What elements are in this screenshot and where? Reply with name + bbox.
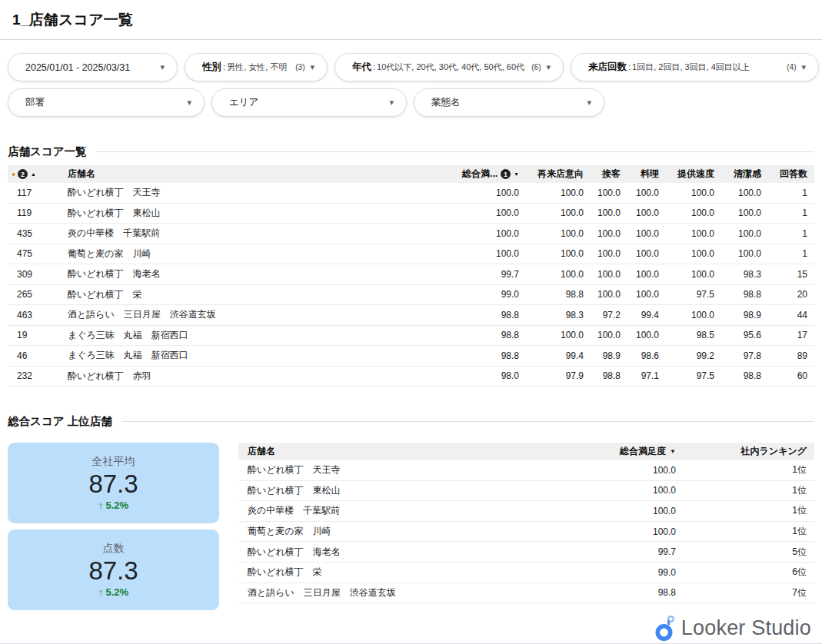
department-filter[interactable]: 部署 ▾ — [8, 88, 205, 117]
company-ranking: 7位 — [677, 586, 814, 599]
store-name: 酔いどれ横丁 赤羽 — [60, 370, 453, 383]
metric-value: 100.0 — [721, 228, 768, 239]
top-stores-section-header: 総合スコア 上位店舗 — [8, 414, 814, 429]
report-canvas: 1_店舗スコア一覧 2025/01/01 - 2025/03/31 ▾ 性別: … — [0, 0, 822, 644]
gender-filter[interactable]: 性別: 男性, 女性, 不明 (3) ▾ — [185, 53, 328, 81]
responses-column-header[interactable]: 回答数 — [768, 168, 814, 181]
chevron-down-icon: ▾ — [310, 63, 314, 71]
store-name-column-header[interactable]: 店舗名 — [238, 445, 589, 458]
table-row[interactable]: 酔いどれ横丁 天王寺100.01位 — [238, 460, 814, 481]
store-name: 酒と語らい 三日月屋 渋谷道玄坂 — [60, 308, 453, 321]
table-row[interactable]: 酔いどれ横丁 東松山100.01位 — [238, 481, 814, 502]
age-filter-count: (6) — [531, 63, 541, 71]
metric-value: 98.9 — [721, 310, 768, 320]
table-row[interactable]: 46まぐろ三昧 丸福 新宿西口98.899.498.998.699.297.88… — [8, 346, 814, 367]
table-row[interactable]: 435炎の中華楼 千葉駅前100.0100.0100.0100.0100.010… — [8, 224, 814, 244]
metric-value: 1 — [768, 248, 814, 259]
store-score-table: 2 ▲ 店舗名 総合満... 1 ▼ 再来店意向 接客 料理 提供速度 清潔感 … — [8, 165, 814, 387]
table-header-row: 店舗名 総合満足度 ▼ 社内ランキング — [238, 443, 814, 460]
metric-value: 20 — [768, 289, 814, 300]
store-id: 265 — [8, 289, 60, 300]
table-row[interactable]: 酔いどれ横丁 海老名99.75位 — [238, 542, 814, 563]
scorecard-label: 点数 — [103, 542, 125, 556]
store-id: 475 — [8, 248, 60, 259]
chevron-down-icon: ▾ — [389, 98, 394, 107]
metric-value: 98.5 — [666, 330, 721, 340]
age-filter-text: 年代: 10代以下, 20代, 30代, 40代, 50代, 60代以上 — [352, 61, 525, 74]
page-title: 1_店舗スコア一覧 — [12, 10, 810, 30]
table-row[interactable]: 119酔いどれ横丁 東松山100.0100.0100.0100.0100.010… — [8, 204, 814, 224]
satisfaction-column-header[interactable]: 総合満... 1 ▼ — [453, 168, 526, 181]
metric-value: 100.0 — [453, 228, 526, 239]
chevron-down-icon: ▾ — [801, 63, 806, 71]
food-column-header[interactable]: 料理 — [627, 168, 666, 181]
ranking-column-header[interactable]: 社内ランキング — [677, 445, 814, 458]
satisfaction-column-header[interactable]: 総合満足度 ▼ — [589, 445, 677, 458]
company-ranking: 1位 — [677, 463, 814, 476]
table-row[interactable]: 463酒と語らい 三日月屋 渋谷道玄坂98.898.397.299.4100.0… — [8, 305, 814, 326]
store-name: 酔いどれ横丁 海老名 — [238, 546, 589, 559]
metric-value: 1 — [768, 228, 814, 239]
table-row[interactable]: 232酔いどれ横丁 赤羽98.097.998.897.197.598.860 — [8, 367, 814, 387]
service-column-header[interactable]: 接客 — [591, 168, 627, 181]
sort-ascending-icon: ▲ — [31, 171, 36, 177]
metric-value: 98.8 — [721, 289, 768, 300]
metric-value: 100.0 — [666, 228, 721, 239]
metric-value: 98.8 — [591, 370, 627, 381]
top-stores-table: 店舗名 総合満足度 ▼ 社内ランキング 酔いどれ横丁 天王寺100.01位酔いど… — [238, 443, 814, 610]
metric-value: 100.0 — [721, 207, 768, 218]
metric-value: 97.5 — [666, 289, 721, 300]
company-ranking: 1位 — [677, 504, 814, 517]
visit-count-filter-meta: (4) ▾ — [787, 63, 806, 71]
table-row[interactable]: 酔いどれ横丁 栄99.06位 — [238, 563, 814, 583]
company-average-scorecard: 全社平均 87.3 ↑ 5.2% — [8, 443, 219, 523]
store-name-column-header[interactable]: 店舗名 — [60, 168, 453, 181]
store-id: 232 — [8, 370, 60, 381]
age-filter[interactable]: 年代: 10代以下, 20代, 30代, 40代, 50代, 60代以上 (6)… — [334, 53, 564, 81]
table-row[interactable]: 酒と語らい 三日月屋 渋谷道玄坂98.87位 — [238, 583, 814, 604]
table-row[interactable]: 葡萄と麦の家 川崎100.01位 — [238, 522, 814, 543]
store-id-column-header[interactable]: 2 ▲ — [8, 169, 60, 179]
metric-value: 100.0 — [721, 188, 768, 198]
arrow-up-icon: ↑ — [98, 500, 103, 511]
store-name: 炎の中華楼 千葉駅前 — [238, 504, 589, 517]
company-ranking: 5位 — [677, 546, 814, 559]
metric-value: 100.0 — [453, 207, 526, 218]
store-id: 463 — [8, 310, 60, 320]
satisfaction-column-label: 総合満足度 — [620, 445, 666, 458]
metric-value: 99.4 — [627, 310, 666, 320]
gender-filter-label: 性別 — [202, 61, 221, 74]
company-ranking: 1位 — [677, 525, 814, 538]
table-row[interactable]: 475葡萄と麦の家 川崎100.0100.0100.0100.0100.0100… — [8, 244, 814, 265]
metric-value: 100.0 — [453, 248, 526, 259]
satisfaction-score: 100.0 — [589, 526, 677, 537]
metric-value: 15 — [768, 269, 814, 280]
metric-value: 97.8 — [721, 350, 768, 361]
revisit-column-header[interactable]: 再来店意向 — [526, 168, 591, 181]
business-type-filter[interactable]: 業態名 ▾ — [414, 88, 604, 117]
looker-studio-wordmark[interactable]: Looker Studio — [681, 616, 811, 640]
area-filter[interactable]: エリア ▾ — [211, 88, 407, 117]
satisfaction-score: 100.0 — [589, 485, 677, 496]
speed-column-header[interactable]: 提供速度 — [666, 168, 721, 181]
table-row[interactable]: 炎の中華楼 千葉駅前100.01位 — [238, 501, 814, 522]
table-row[interactable]: 265酔いどれ横丁 栄99.098.8100.0100.097.598.820 — [8, 285, 814, 306]
visit-count-filter[interactable]: 来店回数: 1回目, 2回目, 3回目, 4回目以上 (4) ▾ — [571, 53, 819, 81]
table-row[interactable]: 19まぐろ三昧 丸福 新宿西口98.8100.0100.0100.098.595… — [8, 326, 814, 347]
table-row[interactable]: 309酔いどれ横丁 海老名99.7100.0100.0100.0100.098.… — [8, 264, 814, 285]
store-id: 435 — [8, 228, 60, 239]
metric-value: 98.0 — [453, 370, 526, 381]
metric-value: 17 — [768, 330, 814, 340]
metric-value: 100.0 — [591, 269, 627, 280]
top-stores-table-body: 酔いどれ横丁 天王寺100.01位酔いどれ横丁 東松山100.01位炎の中華楼 … — [238, 460, 814, 603]
report-header: 1_店舗スコア一覧 — [0, 0, 822, 40]
metric-value: 99.7 — [453, 269, 526, 280]
table-row[interactable]: 117酔いどれ横丁 天王寺100.0100.0100.0100.0100.010… — [8, 183, 814, 204]
date-range-filter[interactable]: 2025/01/01 - 2025/03/31 ▾ — [8, 53, 178, 81]
scorecards-column: 全社平均 87.3 ↑ 5.2% 点数 87.3 ↑ 5.2% — [8, 443, 219, 610]
metric-value: 98.3 — [721, 269, 768, 280]
business-type-filter-label: 業態名 — [431, 96, 461, 109]
cleanliness-column-header[interactable]: 清潔感 — [721, 168, 768, 181]
metric-value: 100.0 — [591, 228, 627, 239]
gender-filter-count: (3) — [295, 63, 305, 71]
